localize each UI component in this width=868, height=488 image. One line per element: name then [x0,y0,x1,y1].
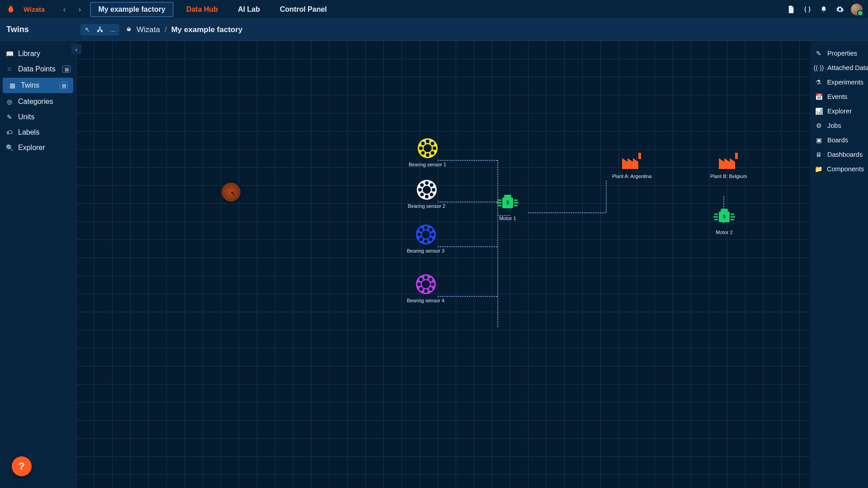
svg-point-11 [423,186,431,194]
panel-properties[interactable]: ✎Properties [810,46,868,61]
gear-icon[interactable] [835,4,845,15]
svg-point-14 [425,195,429,198]
node-b2[interactable]: Bearing sensor 2 [408,179,445,209]
cursor-arrow-icon: ↖ [231,190,236,197]
svg-point-6 [419,146,423,150]
svg-point-39 [429,277,432,281]
sidebar-item-label: Units [18,113,34,121]
svg-point-3 [430,151,434,155]
svg-rect-50 [721,209,728,211]
svg-point-36 [417,282,421,286]
edge [438,296,497,297]
panel-jobs[interactable]: ⚙Jobs [810,118,868,133]
sidebar-item-explorer[interactable]: 🔍 Explorer [0,140,76,155]
panel-label: Attached Data [827,64,868,71]
monitor-icon: 🖥 [815,151,823,158]
bearing-icon [415,224,437,245]
panel-events[interactable]: 📅Events [810,89,868,104]
nav-forward-icon[interactable]: › [75,5,85,14]
svg-point-15 [420,193,424,197]
sidebar-item-label: Library [18,50,40,58]
tree-tool-icon[interactable] [96,26,104,34]
svg-point-2 [433,146,436,150]
breadcrumb-root[interactable]: Wizata [137,25,160,34]
svg-point-25 [419,238,423,241]
svg-point-28 [424,226,428,230]
folder-icon: 📁 [815,165,822,173]
svg-point-5 [421,151,425,155]
bearing-icon [415,273,437,295]
svg-point-1 [424,144,432,152]
node-b4[interactable]: Bearing sensor 4 [407,273,444,303]
book-icon: 📖 [5,50,14,57]
svg-point-35 [419,287,423,291]
node-pA[interactable]: Plant A: Argentina [612,152,651,179]
svg-point-29 [429,228,432,231]
sidebar-item-label: Data Points [18,65,56,73]
nav-back-icon[interactable]: ‹ [59,5,69,14]
svg-point-23 [429,238,432,241]
list-badge-icon: ▤ [60,82,68,89]
svg-point-21 [422,230,430,239]
node-m2[interactable]: $Motor 2 [712,208,736,235]
flask-icon: ⚗ [815,79,822,86]
edge [438,160,497,161]
tab-ai-lab[interactable]: AI Lab [231,3,267,16]
sidebar-item-units[interactable]: ✎ Units [0,109,76,125]
sidebar-item-twins[interactable]: ▦ Twins ▤ [3,78,73,93]
panel-label: Experiments [827,79,863,86]
panel-label: Components [827,165,864,173]
panel-components[interactable]: 📁Components [810,162,868,176]
panel-dashboards[interactable]: 🖥Dashboards [810,147,868,162]
sidebar-item-library[interactable]: 📖 Library [0,46,76,61]
collapse-sidebar-icon[interactable]: ‹ [71,44,81,54]
svg-rect-58 [638,153,641,159]
svg-text:$: $ [506,200,509,205]
braces-icon[interactable] [802,4,813,15]
panel-label: Explorer [827,108,852,115]
right-sidebar: ✎Properties ((·))Attached Data ⚗Experime… [810,41,868,488]
bell-icon[interactable] [818,4,829,15]
node-b3[interactable]: Bearing sensor 3 [407,224,444,253]
svg-point-13 [429,193,433,197]
avatar[interactable] [851,4,863,15]
motor-icon: $ [712,208,736,227]
node-label: Plant B: Belgium [710,174,747,179]
svg-point-33 [429,287,432,291]
breadcrumb-current: My example factory [171,25,243,34]
file-icon[interactable] [786,4,797,15]
svg-point-31 [422,280,430,288]
node-label: Bearing sensor 3 [407,248,444,253]
tab-my-factory[interactable]: My example factory [90,2,174,17]
sidebar-item-label: Twins [21,81,39,89]
node-b1[interactable]: Bearing sensor 1 [409,137,446,167]
svg-point-19 [429,183,433,187]
panel-experiments[interactable]: ⚗Experiments [810,75,868,89]
bearing-icon [417,137,439,159]
graph-canvas[interactable]: ↖ Bearing sensor 1Bearing sensor 2Bearin… [76,41,810,488]
node-m1[interactable]: $Motor 1 [496,194,519,221]
sidebar-item-labels[interactable]: 🏷 Labels [0,125,76,140]
sidebar-item-label: Explorer [18,144,45,152]
breadcrumb-root-icon [126,25,132,34]
panel-attached-data[interactable]: ((·))Attached Data [810,61,868,75]
svg-point-7 [421,141,425,145]
tab-control-panel[interactable]: Control Panel [273,3,334,16]
pencil-icon: ✎ [5,113,14,121]
sidebar-item-categories[interactable]: ◎ Categories [0,94,76,109]
twins-icon: ▦ [8,82,16,89]
help-button[interactable]: ? [12,456,32,476]
node-label: Bearing sensor 1 [409,162,446,167]
svg-point-9 [430,141,434,145]
panel-boards[interactable]: ▣Boards [810,133,868,147]
more-tool-icon[interactable]: … [108,26,117,34]
pointer-tool-icon[interactable]: ↖ [83,26,91,34]
node-pB[interactable]: Plant B: Belgium [710,152,747,179]
sidebar-item-data-points[interactable]: ⁙ Data Points ▤ [0,61,76,77]
tab-data-hub[interactable]: Data Hub [179,3,225,16]
svg-point-26 [417,233,421,236]
panel-label: Boards [827,136,848,144]
edge [606,181,607,212]
dots-icon: ⁙ [5,66,14,73]
panel-explorer[interactable]: 📊Explorer [810,104,868,118]
